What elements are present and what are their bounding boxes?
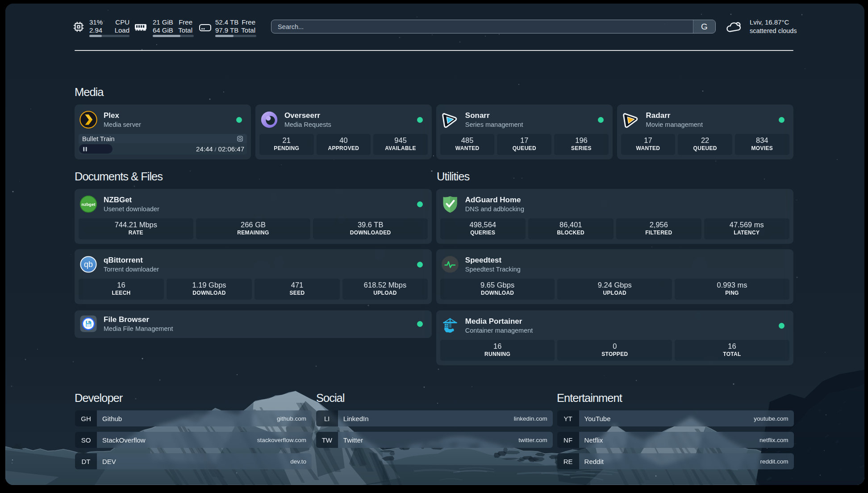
svg-text:qb: qb (84, 260, 93, 269)
svg-text:nzbget: nzbget (82, 202, 96, 207)
